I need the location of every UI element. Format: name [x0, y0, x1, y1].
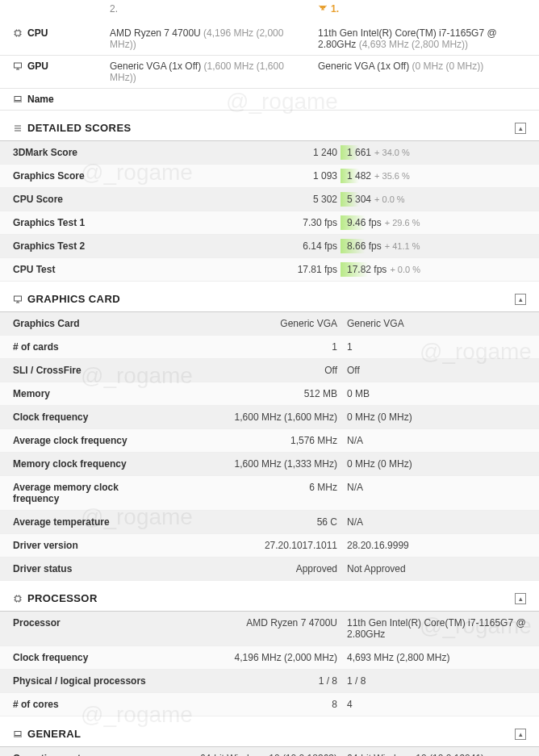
gpu1-name: Generic VGA (1x Off)	[110, 61, 201, 72]
row-value-2: 11th Gen Intel(R) Core(TM) i7-1165G7 @ 2…	[347, 617, 526, 640]
gpu2-name: Generic VGA (1x Off)	[318, 61, 409, 72]
svg-rect-3	[15, 296, 22, 301]
laptop-icon	[13, 94, 23, 104]
row-label: Driver status	[13, 563, 158, 574]
svg-rect-1	[15, 63, 22, 68]
cpu1-name: AMD Ryzen 7 4700U	[110, 27, 201, 39]
svg-rect-4	[15, 596, 20, 601]
row-value-2: 1 661+ 34.0 %	[347, 147, 526, 158]
row-value-2: 0 MHz (0 MHz)	[347, 458, 526, 470]
table-row: Driver statusApprovedNot Approved	[0, 558, 539, 581]
rank-2: 2.	[110, 3, 318, 15]
collapse-icon[interactable]: ▴	[515, 593, 526, 604]
row-label: Average clock frequency	[13, 435, 158, 446]
trophy-icon	[318, 4, 328, 14]
summary-cpu: CPU AMD Ryzen 7 4700U (4,196 MHz (2,000 …	[0, 23, 539, 56]
row-value-1: 1 / 8	[158, 675, 347, 687]
section-graphics-card[interactable]: GRAPHICS CARD ▴	[0, 286, 539, 312]
table-row: Graphics CardGeneric VGAGeneric VGA	[0, 312, 539, 336]
table-row: Physical / logical processors1 / 81 / 8	[0, 670, 539, 693]
row-value-1: Off	[158, 365, 347, 376]
table-row: Driver version27.20.1017.101128.20.16.99…	[0, 534, 539, 558]
row-value-1: 512 MB	[158, 388, 347, 399]
row-value-1: 1	[158, 341, 347, 353]
row-value-2: Off	[347, 365, 526, 376]
row-value-2: 64-bit Windows 10 (10.0.19041)	[347, 753, 526, 756]
svg-rect-0	[15, 31, 20, 36]
section-general[interactable]: GENERAL ▴	[0, 721, 539, 747]
cpu-icon	[13, 28, 23, 38]
row-value-2: Not Approved	[347, 563, 526, 574]
summary-gpu: GPU Generic VGA (1x Off) (1,600 MHz (1,6…	[0, 56, 539, 89]
svg-rect-5	[15, 731, 21, 735]
row-label: Memory clock frequency	[13, 458, 158, 470]
row-label: SLI / CrossFire	[13, 365, 158, 376]
row-label: 3DMark Score	[13, 147, 158, 158]
row-label: # of cards	[13, 341, 158, 353]
row-value-1: 1,600 MHz (1,333 MHz)	[158, 458, 347, 470]
monitor-icon	[13, 294, 23, 304]
table-row: Average clock frequency1,576 MHzN/A	[0, 429, 539, 453]
table-row: Memory clock frequency1,600 MHz (1,333 M…	[0, 453, 539, 476]
row-label: Driver version	[13, 540, 158, 551]
row-label: Graphics Test 1	[13, 217, 158, 228]
row-value-1: Approved	[158, 563, 347, 574]
collapse-icon[interactable]: ▴	[515, 123, 526, 134]
row-label: Clock frequency	[13, 411, 158, 423]
collapse-icon[interactable]: ▴	[515, 729, 526, 740]
table-row: # of cores84	[0, 693, 539, 716]
row-value-2: 5 304+ 0.0 %	[347, 194, 526, 205]
row-label: Clock frequency	[13, 652, 158, 663]
row-label: Memory	[13, 388, 158, 399]
row-label: Average memory clock frequency	[13, 482, 158, 504]
rank-header: 2. 1.	[0, 0, 539, 23]
table-row: Memory512 MB0 MB	[0, 382, 539, 406]
table-row: Average temperature56 CN/A	[0, 511, 539, 534]
row-value-1: 1 093	[158, 170, 347, 182]
row-value-1: AMD Ryzen 7 4700U	[158, 617, 347, 640]
gpu2-clock: (0 MHz (0 MHz))	[412, 61, 484, 72]
table-row: # of cards11	[0, 336, 539, 359]
table-row: CPU Test17.81 fps17.82 fps+ 0.0 %	[0, 258, 539, 282]
row-value-1: Generic VGA	[158, 318, 347, 329]
row-value-2: N/A	[347, 516, 526, 528]
row-value-2: 9.46 fps+ 29.6 %	[347, 217, 526, 228]
row-value-2: 0 MHz (0 MHz)	[347, 411, 526, 423]
row-value-2: 4	[347, 699, 526, 710]
row-value-2: 0 MB	[347, 388, 526, 399]
section-processor[interactable]: PROCESSOR ▴	[0, 586, 539, 612]
collapse-icon[interactable]: ▴	[515, 294, 526, 305]
table-row: Clock frequency1,600 MHz (1,600 MHz)0 MH…	[0, 406, 539, 429]
row-value-1: 8	[158, 699, 347, 710]
table-row: Clock frequency4,196 MHz (2,000 MHz)4,69…	[0, 646, 539, 670]
row-value-1: 7.30 fps	[158, 217, 347, 228]
row-label: Physical / logical processors	[13, 675, 158, 687]
row-value-1: 6 MHz	[158, 482, 347, 504]
row-value-2: 8.66 fps+ 41.1 %	[347, 240, 526, 252]
row-value-1: 1 240	[158, 147, 347, 158]
table-row: CPU Score5 3025 304+ 0.0 %	[0, 188, 539, 211]
row-label: Graphics Card	[13, 318, 158, 329]
row-value-1: 1,576 MHz	[158, 435, 347, 446]
row-value-1: 6.14 fps	[158, 240, 347, 252]
svg-rect-2	[15, 97, 21, 101]
section-detailed-scores[interactable]: DETAILED SCORES ▴	[0, 115, 539, 141]
row-value-2: 1 / 8	[347, 675, 526, 687]
row-value-2: 17.82 fps+ 0.0 %	[347, 264, 526, 275]
table-row: Graphics Test 17.30 fps9.46 fps+ 29.6 %	[0, 211, 539, 235]
row-label: Graphics Score	[13, 170, 158, 182]
rank-1: 1.	[318, 3, 526, 15]
row-value-1: 1,600 MHz (1,600 MHz)	[158, 411, 347, 423]
table-row: Graphics Score1 0931 482+ 35.6 %	[0, 165, 539, 188]
monitor-icon	[13, 61, 23, 71]
row-value-1: 56 C	[158, 516, 347, 528]
row-label: CPU Test	[13, 264, 158, 275]
table-row: SLI / CrossFireOffOff	[0, 359, 539, 382]
table-row: Average memory clock frequency6 MHzN/A	[0, 476, 539, 511]
row-value-2: N/A	[347, 435, 526, 446]
cpu2-clock: (4,693 MHz (2,800 MHz))	[359, 39, 468, 50]
row-value-1: 64-bit Windows 10 (10.0.18363)	[158, 753, 347, 756]
row-value-1: 5 302	[158, 194, 347, 205]
row-value-1: 27.20.1017.1011	[158, 540, 347, 551]
table-row: Operating system64-bit Windows 10 (10.0.…	[0, 747, 539, 756]
